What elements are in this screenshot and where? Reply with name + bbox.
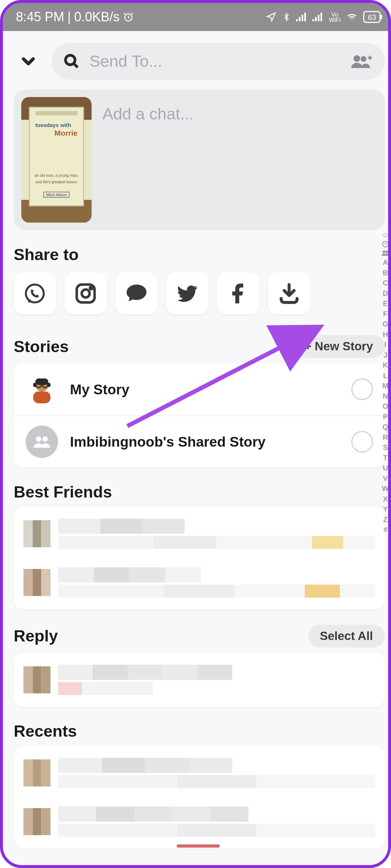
index-letter[interactable]: H: [383, 330, 388, 338]
index-letter[interactable]: R: [383, 433, 388, 441]
story-radio-my[interactable]: [351, 378, 373, 400]
index-letter[interactable]: L: [383, 371, 388, 380]
share-instagram[interactable]: [65, 272, 107, 315]
svg-point-12: [26, 285, 44, 303]
status-time: 8:45 PM: [16, 9, 64, 25]
recents-card: [14, 746, 385, 849]
story-label-shared: Imbibingnoob's Shared Story: [70, 433, 265, 450]
index-letter[interactable]: A: [383, 258, 388, 267]
svg-rect-22: [33, 383, 36, 387]
svg-rect-4: [304, 13, 306, 21]
reply-card: [14, 653, 385, 707]
svg-point-14: [82, 290, 90, 298]
search-placeholder: Send To...: [89, 52, 162, 71]
index-letter[interactable]: Q: [382, 422, 388, 431]
location-icon: [266, 12, 277, 22]
add-chat-card[interactable]: tuesdays with Morrie an old man, a young…: [14, 89, 385, 230]
story-row-my-story[interactable]: My Story: [14, 363, 385, 416]
svg-point-28: [383, 250, 386, 253]
index-letter[interactable]: C: [383, 279, 388, 287]
index-letter[interactable]: D: [383, 289, 388, 297]
index-letter[interactable]: N: [383, 391, 388, 400]
recents-title: Recents: [14, 722, 77, 741]
story-radio-shared[interactable]: [351, 431, 373, 453]
add-group-icon[interactable]: [350, 53, 373, 70]
svg-rect-23: [47, 383, 50, 387]
alpha-scroll-index[interactable]: ☺ A B C D E F G H I J K L M N O P Q R S …: [379, 230, 391, 534]
list-item[interactable]: [23, 514, 375, 553]
index-letter[interactable]: P: [383, 412, 388, 421]
index-letter[interactable]: K: [383, 361, 388, 369]
list-item[interactable]: [23, 754, 375, 793]
index-letter[interactable]: V: [383, 474, 388, 482]
bluetooth-icon: [282, 12, 291, 22]
best-friends-title: Best Friends: [14, 483, 112, 501]
index-letter[interactable]: O: [382, 402, 388, 411]
story-row-shared[interactable]: Imbibingnoob's Shared Story: [14, 416, 385, 468]
index-letter[interactable]: T: [383, 453, 388, 462]
best-friends-card: [14, 507, 385, 610]
svg-point-11: [361, 56, 366, 62]
book-title-1: tuesdays with: [35, 122, 71, 128]
story-label-my: My Story: [70, 381, 129, 398]
list-item[interactable]: [23, 563, 375, 602]
stories-title: Stories: [14, 337, 69, 356]
new-story-button[interactable]: + New Story: [293, 335, 385, 358]
svg-point-15: [90, 287, 92, 289]
status-bar: 8:45 PM | 0.0KB/s VoWiFi: [3, 3, 391, 31]
index-letter[interactable]: W: [382, 484, 389, 493]
share-whatsapp[interactable]: [14, 272, 56, 315]
index-letter[interactable]: B: [383, 268, 388, 277]
collapse-button[interactable]: [14, 47, 43, 76]
status-sep: |: [67, 9, 71, 25]
svg-point-9: [66, 55, 75, 65]
select-all-button[interactable]: Select All: [308, 625, 385, 648]
list-item[interactable]: [23, 802, 375, 841]
index-letter[interactable]: F: [383, 309, 388, 318]
signal-icon-1: [296, 13, 307, 21]
svg-rect-2: [299, 17, 301, 21]
wifi-icon: [346, 12, 358, 22]
index-group-icon[interactable]: [381, 250, 390, 256]
share-messages[interactable]: [115, 272, 158, 315]
svg-point-10: [353, 55, 360, 62]
alarm-icon: [123, 12, 134, 22]
svg-rect-5: [313, 19, 315, 21]
index-letter[interactable]: #: [383, 525, 388, 534]
index-letter[interactable]: U: [383, 464, 388, 472]
index-letter[interactable]: Y: [383, 505, 388, 513]
vowifi-icon: VoWiFi: [329, 12, 341, 22]
svg-point-24: [36, 437, 41, 442]
home-indicator[interactable]: [177, 845, 220, 848]
avatar-shared-story: [26, 426, 58, 458]
svg-rect-3: [302, 15, 304, 21]
index-letter[interactable]: J: [383, 350, 388, 359]
add-chat-placeholder: Add a chat...: [102, 97, 194, 223]
index-letter[interactable]: G: [382, 320, 388, 328]
signal-icon-2: [313, 13, 324, 21]
share-to-title: Share to: [14, 245, 79, 264]
index-letter[interactable]: M: [382, 381, 389, 390]
search-input[interactable]: Send To...: [52, 43, 385, 80]
index-emoji-icon[interactable]: ☺: [382, 230, 389, 239]
svg-point-29: [386, 250, 388, 253]
index-letter[interactable]: Z: [383, 515, 388, 523]
index-letter[interactable]: E: [383, 299, 388, 308]
battery-icon: 63: [364, 11, 381, 23]
index-recent-icon[interactable]: [382, 241, 389, 248]
svg-rect-19: [33, 391, 50, 403]
svg-rect-6: [315, 17, 317, 21]
share-download[interactable]: [268, 272, 310, 315]
book-title-2: Morrie: [54, 128, 78, 137]
snap-thumbnail[interactable]: tuesdays with Morrie an old man, a young…: [21, 97, 92, 223]
share-twitter[interactable]: [166, 272, 208, 315]
index-letter[interactable]: I: [385, 340, 387, 349]
list-item[interactable]: [23, 661, 375, 700]
stories-card: My Story Imbibingnoob's Shared Story: [14, 363, 385, 468]
index-letter[interactable]: S: [383, 443, 388, 452]
index-letter[interactable]: X: [383, 494, 388, 503]
avatar-my-story: [26, 373, 58, 405]
status-netspeed: 0.0KB/s: [74, 9, 119, 25]
share-facebook[interactable]: [217, 272, 259, 315]
book-author: Mitch Albom: [43, 192, 69, 198]
